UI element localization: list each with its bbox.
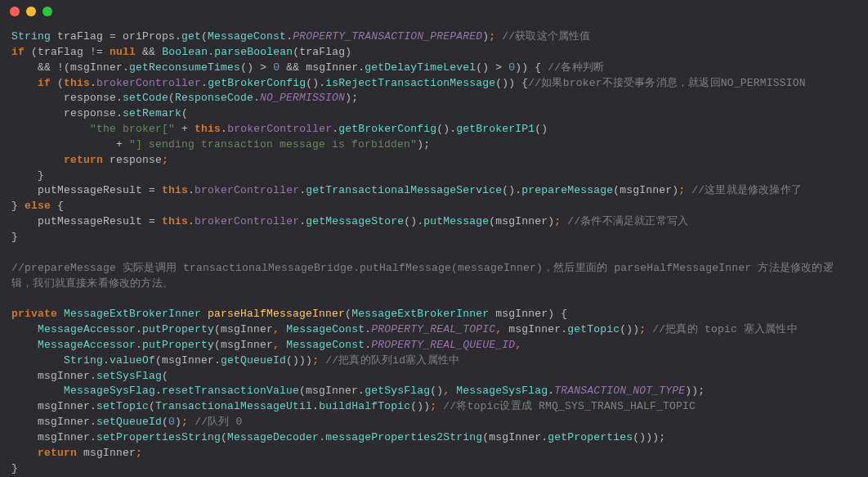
code-token: !: [57, 61, 64, 74]
code-token: MessageAccessor: [38, 323, 136, 335]
code-token: .: [319, 431, 325, 443]
code-token: .: [155, 385, 162, 397]
code-token: return: [64, 154, 103, 166]
code-token: buildHalfTopic: [319, 400, 410, 412]
code-token: isRejectTransactionMessage: [325, 77, 495, 89]
code-token: }: [38, 169, 44, 182]
code-token: (: [149, 400, 155, 412]
code-indent: [11, 154, 64, 166]
code-token: getProperties: [548, 431, 633, 443]
code-token: [136, 46, 142, 58]
code-token: putMessageResult: [38, 215, 149, 227]
code-token: putProperty: [142, 323, 214, 335]
code-token: (msgInner: [155, 354, 214, 367]
code-token: putProperty: [142, 339, 214, 351]
code-indent: [11, 370, 38, 382]
code-comment: //把真的 topic 塞入属性中: [646, 323, 798, 335]
code-token: [175, 123, 181, 135]
maximize-icon[interactable]: [43, 7, 52, 16]
code-token: .: [332, 123, 338, 135]
code-token: [155, 184, 162, 196]
code-token: .: [208, 46, 214, 58]
code-token: ;: [312, 354, 319, 367]
code-token: (msgInner: [299, 385, 358, 397]
code-token: ResponseCode: [175, 92, 253, 104]
code-token: .: [201, 77, 208, 89]
code-indent: [11, 215, 38, 227]
code-token: .: [123, 61, 129, 74]
code-token: getDelayTimeLevel: [365, 61, 476, 74]
code-token: (: [162, 370, 168, 382]
code-token: .: [358, 385, 365, 397]
code-token: (msgInner): [613, 184, 678, 196]
code-token: brokerController: [96, 77, 201, 89]
code-token: msgInner: [38, 416, 90, 428]
code-token: .: [175, 30, 181, 43]
code-token: +: [116, 138, 123, 151]
code-indent: [11, 77, 38, 89]
code-token: (): [535, 123, 548, 135]
code-token: [280, 339, 286, 351]
code-token: .: [541, 431, 548, 443]
code-token: MessageSysFlag: [64, 385, 155, 397]
code-token: [57, 308, 64, 320]
code-token: );: [345, 92, 358, 104]
code-token: setSysFlag: [96, 370, 162, 382]
code-indent: [11, 61, 38, 74]
code-token: traFlag: [51, 30, 110, 43]
code-token: this: [162, 215, 188, 227]
code-token: (traFlag): [293, 46, 351, 58]
code-token: MessageConst: [286, 323, 365, 335]
code-token: >: [260, 61, 266, 74]
code-area[interactable]: String traFlag = oriProps.get(MessageCon…: [0, 23, 868, 477]
code-token: valueOf: [110, 354, 155, 367]
code-token: ()): [410, 400, 430, 412]
code-token: .: [136, 339, 142, 351]
code-token: )) {: [515, 61, 548, 74]
code-token: .: [299, 215, 306, 227]
code-token: getQueueId: [221, 354, 286, 367]
code-token: [450, 385, 456, 397]
code-indent: [11, 138, 116, 151]
code-token: (: [221, 431, 227, 443]
code-token: msgInner) {: [489, 308, 567, 320]
code-token: msgInner: [77, 447, 136, 459]
code-token: parseHalfMessageInner: [208, 308, 345, 320]
code-indent: [11, 416, 38, 428]
code-comment: //将topic设置成 RMQ_SYS_TRANS_HALF_TOPIC: [436, 400, 696, 412]
code-token: .: [253, 92, 260, 104]
minimize-icon[interactable]: [26, 7, 36, 16]
code-token: ,: [495, 323, 502, 335]
code-token: [201, 308, 208, 320]
code-comment: //如果broker不接受事务消息，就返回NO_PERMISSION: [528, 77, 806, 89]
code-comment: //队列 0: [188, 416, 242, 428]
code-token: .: [221, 123, 227, 135]
code-token: ;: [162, 154, 168, 166]
code-token: }: [11, 200, 25, 212]
code-token: .: [365, 339, 371, 351]
code-token: &&: [38, 61, 51, 74]
code-token: setCode: [123, 92, 168, 104]
code-token: ;: [136, 447, 142, 459]
code-token: getBrokerConfig: [208, 77, 306, 89]
code-token: ): [175, 416, 181, 428]
code-token: NO_PERMISSION: [260, 92, 345, 104]
code-token: oriProps: [116, 30, 175, 43]
code-token: }: [11, 462, 18, 475]
code-comment: //把真的队列id塞入属性中: [319, 354, 459, 367]
code-token: (: [168, 92, 175, 104]
code-token: ,: [443, 385, 450, 397]
code-indent: [11, 447, 38, 459]
code-token: [266, 61, 273, 74]
code-token: &&: [142, 46, 155, 58]
code-token: =: [149, 215, 155, 227]
code-token: ()): [620, 323, 639, 335]
code-indent: [11, 431, 38, 443]
close-icon[interactable]: [10, 7, 20, 16]
code-token: (traFlag: [25, 46, 90, 58]
code-token: getTransactionalMessageService: [306, 184, 502, 196]
code-token: ,: [273, 339, 280, 351]
code-token: brokerController: [195, 184, 299, 196]
code-token: (: [201, 30, 208, 43]
code-token: getReconsumeTimes: [129, 61, 240, 74]
